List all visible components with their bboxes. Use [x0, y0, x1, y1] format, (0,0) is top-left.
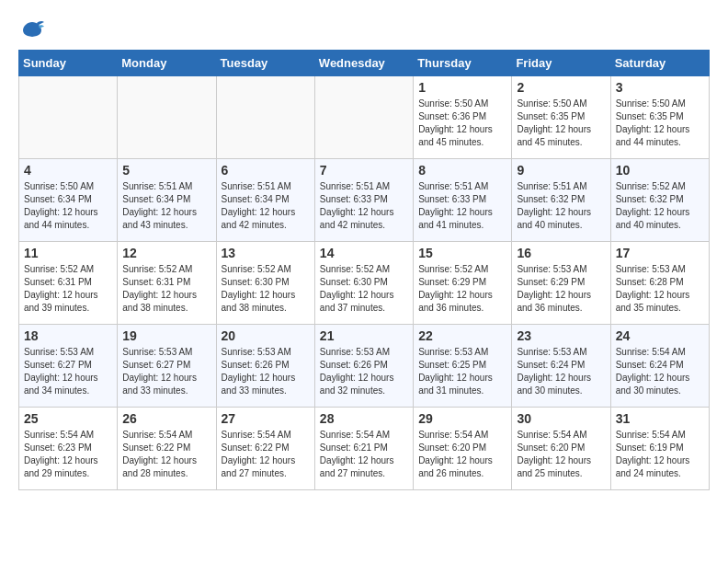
weekday-sunday: Sunday	[19, 51, 118, 76]
calendar-cell: 26Sunrise: 5:54 AM Sunset: 6:22 PM Dayli…	[118, 408, 216, 490]
day-number: 7	[320, 163, 408, 178]
day-info: Sunrise: 5:52 AM Sunset: 6:32 PM Dayligh…	[616, 180, 704, 232]
calendar-cell: 29Sunrise: 5:54 AM Sunset: 6:20 PM Dayli…	[414, 408, 512, 490]
day-number: 28	[320, 411, 408, 426]
day-number: 2	[517, 80, 605, 95]
day-number: 6	[222, 163, 310, 178]
day-number: 12	[122, 246, 210, 260]
header	[18, 18, 710, 40]
day-info: Sunrise: 5:50 AM Sunset: 6:35 PM Dayligh…	[616, 98, 704, 149]
day-number: 5	[122, 163, 210, 178]
day-number: 24	[616, 328, 704, 343]
calendar-cell: 6Sunrise: 5:51 AM Sunset: 6:34 PM Daylig…	[216, 159, 314, 242]
day-number: 31	[616, 411, 704, 426]
calendar-week-4: 18Sunrise: 5:53 AM Sunset: 6:27 PM Dayli…	[19, 325, 710, 408]
day-info: Sunrise: 5:54 AM Sunset: 6:20 PM Dayligh…	[517, 429, 605, 480]
calendar-cell: 19Sunrise: 5:53 AM Sunset: 6:27 PM Dayli…	[118, 325, 216, 408]
day-info: Sunrise: 5:54 AM Sunset: 6:21 PM Dayligh…	[320, 429, 408, 480]
calendar-cell: 24Sunrise: 5:54 AM Sunset: 6:24 PM Dayli…	[610, 325, 709, 408]
weekday-saturday: Saturday	[610, 51, 709, 76]
calendar-cell	[118, 76, 216, 159]
calendar-cell: 9Sunrise: 5:51 AM Sunset: 6:32 PM Daylig…	[512, 159, 610, 242]
day-info: Sunrise: 5:54 AM Sunset: 6:20 PM Dayligh…	[418, 429, 506, 480]
calendar-cell	[19, 76, 118, 159]
calendar-cell	[216, 76, 314, 159]
calendar-cell: 11Sunrise: 5:52 AM Sunset: 6:31 PM Dayli…	[19, 242, 118, 325]
weekday-friday: Friday	[512, 51, 610, 76]
day-info: Sunrise: 5:53 AM Sunset: 6:26 PM Dayligh…	[320, 346, 408, 397]
day-info: Sunrise: 5:50 AM Sunset: 6:35 PM Dayligh…	[517, 98, 605, 149]
calendar-cell: 22Sunrise: 5:53 AM Sunset: 6:25 PM Dayli…	[414, 325, 512, 408]
day-info: Sunrise: 5:51 AM Sunset: 6:34 PM Dayligh…	[222, 180, 310, 232]
day-number: 30	[517, 411, 605, 426]
day-number: 20	[222, 328, 310, 343]
day-info: Sunrise: 5:52 AM Sunset: 6:31 PM Dayligh…	[122, 263, 210, 315]
day-info: Sunrise: 5:50 AM Sunset: 6:36 PM Dayligh…	[418, 98, 506, 149]
calendar-cell: 30Sunrise: 5:54 AM Sunset: 6:20 PM Dayli…	[512, 408, 610, 490]
day-info: Sunrise: 5:52 AM Sunset: 6:29 PM Dayligh…	[418, 263, 506, 315]
day-info: Sunrise: 5:51 AM Sunset: 6:32 PM Dayligh…	[517, 180, 605, 232]
day-info: Sunrise: 5:53 AM Sunset: 6:24 PM Dayligh…	[517, 346, 605, 397]
calendar-cell: 12Sunrise: 5:52 AM Sunset: 6:31 PM Dayli…	[118, 242, 216, 325]
day-info: Sunrise: 5:52 AM Sunset: 6:30 PM Dayligh…	[222, 263, 310, 315]
calendar-cell: 10Sunrise: 5:52 AM Sunset: 6:32 PM Dayli…	[610, 159, 709, 242]
logo	[18, 18, 50, 40]
day-number: 29	[418, 411, 506, 426]
calendar-cell: 16Sunrise: 5:53 AM Sunset: 6:29 PM Dayli…	[512, 242, 610, 325]
day-number: 10	[616, 163, 704, 178]
day-info: Sunrise: 5:51 AM Sunset: 6:33 PM Dayligh…	[320, 180, 408, 232]
day-info: Sunrise: 5:53 AM Sunset: 6:29 PM Dayligh…	[517, 263, 605, 315]
calendar-week-2: 4Sunrise: 5:50 AM Sunset: 6:34 PM Daylig…	[19, 159, 710, 242]
day-number: 8	[418, 163, 506, 178]
day-number: 3	[616, 80, 704, 95]
calendar-week-3: 11Sunrise: 5:52 AM Sunset: 6:31 PM Dayli…	[19, 242, 710, 325]
day-info: Sunrise: 5:53 AM Sunset: 6:26 PM Dayligh…	[222, 346, 310, 397]
calendar-cell: 20Sunrise: 5:53 AM Sunset: 6:26 PM Dayli…	[216, 325, 314, 408]
day-number: 27	[222, 411, 310, 426]
weekday-wednesday: Wednesday	[314, 51, 413, 76]
day-info: Sunrise: 5:53 AM Sunset: 6:27 PM Dayligh…	[24, 346, 112, 397]
day-number: 26	[122, 411, 210, 426]
calendar-body: 1Sunrise: 5:50 AM Sunset: 6:36 PM Daylig…	[19, 76, 710, 490]
day-number: 13	[222, 246, 310, 260]
day-number: 14	[320, 246, 408, 260]
calendar-cell: 15Sunrise: 5:52 AM Sunset: 6:29 PM Dayli…	[414, 242, 512, 325]
day-number: 17	[616, 246, 704, 260]
weekday-thursday: Thursday	[414, 51, 512, 76]
calendar-cell: 28Sunrise: 5:54 AM Sunset: 6:21 PM Dayli…	[314, 408, 413, 490]
calendar-week-5: 25Sunrise: 5:54 AM Sunset: 6:23 PM Dayli…	[19, 408, 710, 490]
day-info: Sunrise: 5:52 AM Sunset: 6:30 PM Dayligh…	[320, 263, 408, 315]
day-info: Sunrise: 5:50 AM Sunset: 6:34 PM Dayligh…	[24, 180, 112, 232]
calendar-cell: 5Sunrise: 5:51 AM Sunset: 6:34 PM Daylig…	[118, 159, 216, 242]
calendar-cell: 25Sunrise: 5:54 AM Sunset: 6:23 PM Dayli…	[19, 408, 118, 490]
day-info: Sunrise: 5:53 AM Sunset: 6:28 PM Dayligh…	[616, 263, 704, 315]
weekday-tuesday: Tuesday	[216, 51, 314, 76]
day-number: 19	[122, 328, 210, 343]
calendar-week-1: 1Sunrise: 5:50 AM Sunset: 6:36 PM Daylig…	[19, 76, 710, 159]
calendar-cell: 18Sunrise: 5:53 AM Sunset: 6:27 PM Dayli…	[19, 325, 118, 408]
day-number: 11	[24, 246, 112, 260]
weekday-monday: Monday	[118, 51, 216, 76]
calendar-cell: 2Sunrise: 5:50 AM Sunset: 6:35 PM Daylig…	[512, 76, 610, 159]
day-info: Sunrise: 5:54 AM Sunset: 6:22 PM Dayligh…	[222, 429, 310, 480]
day-info: Sunrise: 5:51 AM Sunset: 6:34 PM Dayligh…	[122, 180, 210, 232]
day-number: 16	[517, 246, 605, 260]
day-number: 21	[320, 328, 408, 343]
day-info: Sunrise: 5:54 AM Sunset: 6:24 PM Dayligh…	[616, 346, 704, 397]
day-number: 25	[24, 411, 112, 426]
day-info: Sunrise: 5:54 AM Sunset: 6:22 PM Dayligh…	[122, 429, 210, 480]
calendar-cell: 7Sunrise: 5:51 AM Sunset: 6:33 PM Daylig…	[314, 159, 413, 242]
day-number: 1	[418, 80, 506, 95]
weekday-header-row: SundayMondayTuesdayWednesdayThursdayFrid…	[19, 51, 710, 76]
calendar-cell: 21Sunrise: 5:53 AM Sunset: 6:26 PM Dayli…	[314, 325, 413, 408]
calendar-cell	[314, 76, 413, 159]
calendar-cell: 3Sunrise: 5:50 AM Sunset: 6:35 PM Daylig…	[610, 76, 709, 159]
day-info: Sunrise: 5:51 AM Sunset: 6:33 PM Dayligh…	[418, 180, 506, 232]
day-number: 4	[24, 163, 112, 178]
logo-icon	[18, 18, 46, 40]
day-number: 15	[418, 246, 506, 260]
day-info: Sunrise: 5:53 AM Sunset: 6:27 PM Dayligh…	[122, 346, 210, 397]
day-info: Sunrise: 5:54 AM Sunset: 6:19 PM Dayligh…	[616, 429, 704, 480]
day-info: Sunrise: 5:54 AM Sunset: 6:23 PM Dayligh…	[24, 429, 112, 480]
calendar-header: SundayMondayTuesdayWednesdayThursdayFrid…	[19, 51, 710, 76]
